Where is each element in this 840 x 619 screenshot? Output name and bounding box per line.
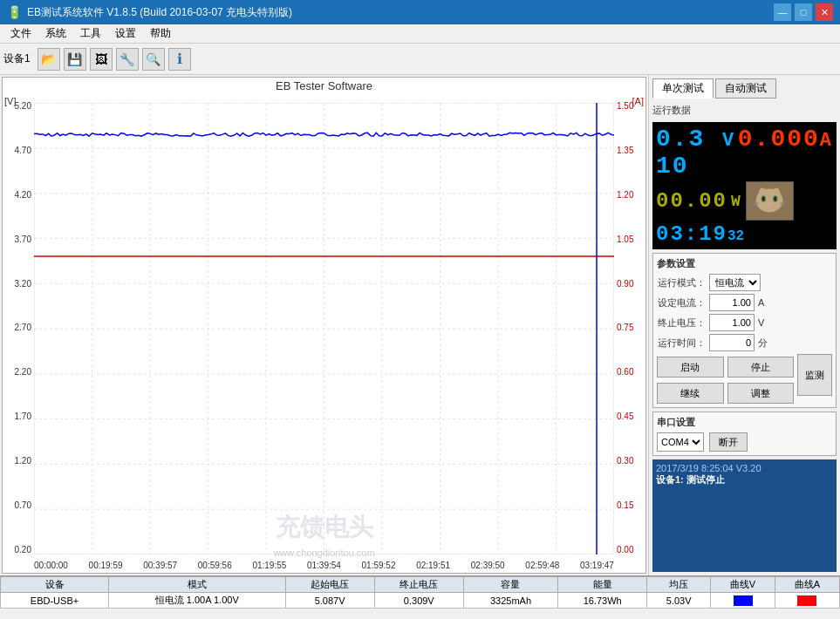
port-section: 串口设置 COM4 COM1 COM2 COM3 断开 (652, 412, 837, 456)
y-left-0.70: 0.70 (15, 500, 31, 510)
minimize-button[interactable]: — (774, 3, 791, 21)
runtime-time-s: 32 (727, 228, 744, 244)
col-end-v: 终止电压 (374, 577, 463, 593)
current-unit: A (758, 297, 764, 308)
test-tabs: 单次测试 自动测试 (652, 78, 837, 99)
window-title: EB测试系统软件 V1.8.5 (Build 2016-03-07 充电头特别版… (27, 5, 774, 20)
col-curve-a: 曲线A (775, 577, 839, 593)
y-left-3.70: 3.70 (15, 235, 31, 244)
curve-v-color (734, 595, 753, 606)
app-icon: 🔋 (7, 5, 22, 19)
col-mode: 模式 (109, 577, 285, 593)
chart-svg (34, 103, 614, 554)
start-button[interactable]: 启动 (657, 357, 724, 378)
screenshot-button[interactable]: 🖼 (90, 48, 113, 71)
x-axis: 00:00:00 00:19:59 00:39:57 00:59:56 01:1… (34, 561, 614, 570)
chart-area: EB Tester Software [V] [A] 5.20 4.70 4.2… (2, 77, 646, 574)
tab-single-test[interactable]: 单次测试 (652, 78, 714, 99)
current-input[interactable] (709, 294, 755, 311)
y-left-2.70: 2.70 (15, 323, 31, 332)
voltage-label: 终止电压： (657, 316, 706, 330)
port-title: 串口设置 (657, 416, 832, 429)
menu-system[interactable]: 系统 (38, 24, 73, 43)
y-left-1.20: 1.20 (15, 456, 31, 466)
adjust-button[interactable]: 调整 (727, 383, 795, 404)
main-area: EB Tester Software [V] [A] 5.20 4.70 4.2… (0, 75, 840, 575)
settings-button[interactable]: 🔧 (116, 48, 139, 71)
mode-select[interactable]: 恒电流 恒电压 恒功率 (709, 274, 761, 291)
chart-title: EB Tester Software (3, 78, 645, 94)
runtime-voltage-unit: V (722, 130, 735, 152)
maximize-button[interactable]: □ (795, 3, 812, 21)
y-left-2.20: 2.20 (15, 367, 31, 377)
y-left-5.20: 5.20 (15, 101, 31, 111)
cell-start-v: 5.087V (285, 593, 374, 609)
chart-canvas-wrap: [V] [A] 5.20 4.70 4.20 3.70 3.20 2.70 2.… (3, 94, 645, 570)
cell-device: EBD-USB+ (1, 593, 109, 609)
search-button[interactable]: 🔍 (142, 48, 165, 71)
menu-tools[interactable]: 工具 (73, 24, 108, 43)
svg-point-32 (774, 196, 776, 201)
x-01: 00:19:59 (89, 561, 123, 570)
table-header-row: 设备 模式 起始电压 终止电压 容量 能量 均压 曲线V 曲线A (1, 577, 840, 593)
col-capacity: 容量 (463, 577, 557, 593)
cell-energy: 16.73Wh (558, 593, 647, 609)
voltage-row: 终止电压： V (657, 314, 832, 331)
col-energy: 能量 (558, 577, 647, 593)
status-line1: 2017/3/19 8:25:04 V3.20 (656, 463, 833, 473)
time-input[interactable] (709, 334, 755, 351)
col-avg-v: 均压 (647, 577, 711, 593)
open-file-button[interactable]: 📂 (38, 48, 60, 71)
voltage-unit: V (758, 317, 764, 328)
title-bar: 🔋 EB测试系统软件 V1.8.5 (Build 2016-03-07 充电头特… (0, 0, 840, 24)
y-left-3.20: 3.20 (15, 279, 31, 289)
stop-button[interactable]: 停止 (727, 357, 795, 378)
x-09: 02:59:48 (525, 561, 559, 570)
port-select[interactable]: COM4 COM1 COM2 COM3 (657, 432, 704, 452)
runtime-current-value: 0.000 (738, 126, 820, 153)
col-curve-v: 曲线V (711, 577, 775, 593)
x-02: 00:39:57 (143, 561, 177, 570)
cell-curve-a (775, 593, 839, 609)
runtime-power-unit: W (731, 193, 742, 210)
x-05: 01:39:54 (307, 561, 341, 570)
runtime-power-value: 00.00 (656, 189, 727, 213)
runtime-data-panel: 0.3 10 V 0.000 A 00.00 W (652, 122, 837, 249)
menu-file[interactable]: 文件 (3, 24, 38, 43)
monitor-button[interactable]: 监测 (797, 354, 832, 396)
y-left-1.70: 1.70 (15, 412, 31, 421)
y-right-0.00: 0.00 (617, 545, 633, 554)
cell-capacity: 3325mAh (463, 593, 557, 609)
info-button[interactable]: ℹ (168, 48, 191, 71)
runtime-time-hm: 03:19 (656, 222, 727, 246)
current-row: 设定电流： A (657, 294, 832, 311)
mode-row: 运行模式： 恒电流 恒电压 恒功率 (657, 274, 832, 291)
menu-settings[interactable]: 设置 (108, 24, 143, 43)
cell-curve-v (711, 593, 775, 609)
y-right-0.60: 0.60 (617, 367, 633, 377)
time-row: 运行时间： 分 (657, 334, 832, 351)
x-00: 00:00:00 (34, 561, 68, 570)
y-left-4.70: 4.70 (15, 146, 31, 155)
action-row2: 继续 调整 (657, 383, 794, 404)
x-06: 01:59:52 (362, 561, 396, 570)
y-right-0.90: 0.90 (617, 279, 633, 289)
runtime-label: 运行数据 (652, 104, 837, 117)
save-button[interactable]: 💾 (64, 48, 86, 71)
curve-a-color (797, 595, 816, 606)
menu-help[interactable]: 帮助 (143, 24, 178, 43)
close-button[interactable]: ✕ (816, 3, 833, 21)
current-label: 设定电流： (657, 296, 706, 310)
status-line2: 设备1: 测试停止 (656, 473, 833, 486)
y-right-1.20: 1.20 (617, 190, 633, 200)
y-axis-right: 1.50 1.35 1.20 1.05 0.90 0.75 0.60 0.45 … (615, 94, 645, 570)
voltage-input[interactable] (709, 314, 755, 331)
tab-auto-test[interactable]: 自动测试 (715, 78, 776, 99)
continue-button[interactable]: 继续 (657, 383, 724, 404)
col-device: 设备 (1, 577, 109, 593)
time-row: 03:19 32 (656, 222, 833, 246)
disconnect-button[interactable]: 断开 (709, 432, 748, 452)
data-table-area: 设备 模式 起始电压 终止电压 容量 能量 均压 曲线V 曲线A EBD-USB… (0, 575, 840, 619)
y-right-0.75: 0.75 (617, 323, 633, 332)
power-image-row: 00.00 W (656, 181, 833, 221)
